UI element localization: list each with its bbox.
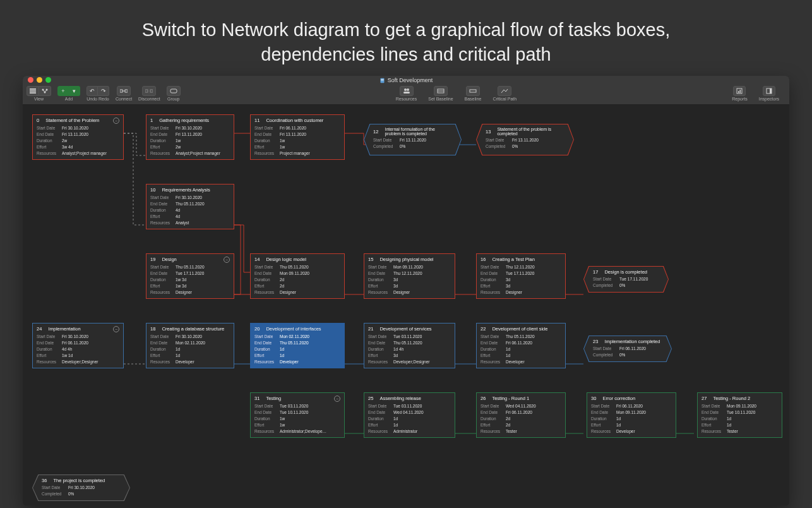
milestone-17[interactable]: 17 Design is completed Start DateTue 17.… [583, 266, 669, 293]
task-node-20-selected[interactable]: 20 Development of interfaces Start DateM… [250, 323, 345, 368]
collapse-icon[interactable]: − [224, 257, 230, 263]
zoom-icon[interactable] [45, 77, 51, 83]
set-baseline-button[interactable] [434, 86, 448, 96]
view-mode-right[interactable] [39, 86, 51, 96]
set-baseline-label: Set Baseline [428, 97, 453, 101]
collapse-icon[interactable]: − [113, 326, 119, 332]
svg-rect-25 [740, 90, 741, 93]
svg-rect-23 [737, 88, 742, 94]
add-button[interactable]: + [57, 86, 69, 96]
add-label: Add [65, 97, 73, 101]
svg-rect-24 [738, 91, 739, 93]
task-node-30[interactable]: 30 Error correction Start DateFri 06.11.… [587, 392, 676, 438]
baseline-icon [469, 88, 477, 94]
collapse-icon[interactable]: − [113, 118, 119, 124]
group-icon [170, 88, 177, 94]
svg-rect-27 [770, 88, 772, 94]
connect-icon [120, 88, 128, 94]
task-node-19[interactable]: − 19 Design Start DateThu 05.11.2020 End… [146, 253, 234, 299]
titlebar: Soft Development [23, 76, 789, 85]
milestone-23[interactable]: 23 Implementation completed Start DateFr… [583, 336, 672, 362]
collapse-icon[interactable]: − [334, 396, 340, 402]
inspectors-button[interactable] [763, 86, 775, 96]
task-node-22[interactable]: 22 Development of client side Start Date… [476, 323, 566, 368]
task-node-24[interactable]: − 24 Implementation Start DateFri 30.10.… [32, 323, 124, 368]
critical-path-icon [501, 88, 508, 94]
baseline-set-icon [437, 88, 445, 94]
view-mode-left[interactable] [27, 86, 39, 96]
svg-line-9 [43, 90, 45, 92]
undo-redo-label: Undo Redo [87, 97, 109, 101]
svg-rect-16 [170, 89, 177, 93]
task-node-31[interactable]: − 31 Testing Start DateTue 03.11.2020 En… [250, 392, 345, 438]
milestone-36[interactable]: 36 The project is completed Start DateFr… [32, 475, 130, 501]
close-icon[interactable] [28, 77, 33, 83]
task-node-21[interactable]: 21 Development of services Start DateTue… [364, 323, 455, 368]
resources-label: Resources [396, 97, 417, 101]
svg-rect-3 [30, 88, 36, 90]
task-node-25[interactable]: 25 Assembling release Start DateTue 03.1… [364, 392, 455, 438]
svg-rect-4 [30, 90, 36, 92]
svg-rect-15 [150, 90, 153, 92]
undo-button[interactable]: ↶ [87, 86, 98, 96]
task-node-27[interactable]: 27 Testing - Round 2 Start DateMon 09.11… [697, 392, 782, 438]
svg-rect-12 [125, 90, 128, 92]
disconnect-label: Disconnect [138, 97, 160, 101]
svg-rect-11 [120, 90, 122, 92]
task-node-15[interactable]: 15 Designing physical model Start DateMo… [364, 253, 455, 299]
redo-button[interactable]: ↷ [98, 86, 109, 96]
task-node-0[interactable]: − 0 Statement of the Problem Start DateF… [32, 114, 124, 160]
toolbar: View + ▾ Add ↶ ↷ Undo Redo Connect Disco… [23, 85, 789, 105]
svg-rect-22 [470, 90, 476, 92]
task-node-18[interactable]: 18 Creating a database structure Start D… [146, 323, 234, 368]
svg-rect-5 [30, 92, 36, 94]
network-icon [42, 88, 48, 94]
connect-label: Connect [116, 97, 132, 101]
reports-icon [736, 88, 743, 94]
critical-path-label: Critical Path [493, 97, 516, 101]
inspectors-label: Inspectors [759, 97, 779, 101]
svg-rect-14 [145, 90, 148, 92]
traffic-lights[interactable] [28, 77, 51, 83]
critical-path-button[interactable] [498, 86, 511, 96]
list-icon [30, 88, 36, 94]
resources-button[interactable] [400, 86, 414, 96]
add-menu[interactable]: ▾ [69, 86, 80, 96]
disconnect-icon [145, 88, 153, 94]
reports-button[interactable] [733, 86, 746, 96]
svg-point-18 [407, 88, 409, 91]
milestone-13[interactable]: 13 Statement of the problem is completed… [476, 124, 574, 155]
baseline-button[interactable] [466, 86, 480, 96]
view-label: View [34, 97, 44, 101]
task-node-10[interactable]: 10 Requirements Analysis Start DateFri 3… [146, 184, 234, 229]
milestone-12[interactable]: 12 Internal formulation of the problem i… [364, 124, 462, 155]
people-icon [403, 88, 410, 94]
group-button[interactable] [167, 86, 181, 96]
hero-caption: Switch to Network diagram to get a graph… [0, 0, 812, 73]
svg-rect-1 [381, 79, 384, 80]
disconnect-button[interactable] [142, 86, 156, 96]
connect-button[interactable] [117, 86, 131, 96]
app-window: Soft Development View + ▾ Add ↶ ↷ Undo R… [23, 76, 789, 505]
inspectors-icon [766, 88, 772, 94]
task-node-16[interactable]: 16 Creating a Test Plan Start DateThu 12… [476, 253, 566, 299]
group-label: Group [167, 97, 179, 101]
svg-line-10 [45, 90, 47, 92]
network-canvas[interactable]: − 0 Statement of the Problem Start DateF… [23, 105, 789, 505]
task-node-26[interactable]: 26 Testing - Round 1 Start DateWed 04.11… [476, 392, 566, 438]
svg-rect-19 [403, 92, 410, 94]
baseline-label: Baseline [465, 97, 482, 101]
document-title: Soft Development [379, 77, 433, 83]
task-node-14[interactable]: 14 Design logic model Start DateThu 05.1… [250, 253, 345, 299]
task-node-11[interactable]: 11 Coordination with customer Start Date… [250, 114, 345, 160]
svg-point-17 [404, 88, 407, 91]
minimize-icon[interactable] [37, 77, 42, 83]
document-icon [379, 78, 385, 83]
task-node-1[interactable]: 1 Gathering requirements Start DateFri 3… [146, 114, 234, 160]
svg-rect-2 [381, 80, 384, 80]
connectors [23, 105, 789, 505]
reports-label: Reports [732, 97, 748, 101]
